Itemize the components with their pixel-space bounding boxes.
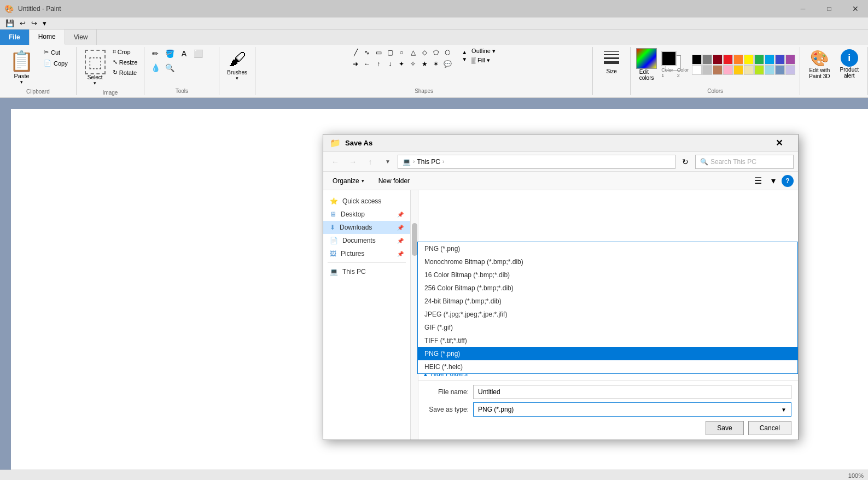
refresh-button[interactable]: ↻ bbox=[678, 154, 693, 169]
color-swatch-16[interactable] bbox=[754, 65, 764, 75]
shape-up-arrow[interactable]: ↑ bbox=[373, 58, 384, 69]
nav-path[interactable]: 💻 › This PC › bbox=[398, 155, 675, 169]
shape-diamond[interactable]: ◇ bbox=[419, 47, 430, 58]
copy-button[interactable]: 📄 Copy bbox=[40, 58, 72, 68]
shapes-scroll-down[interactable]: ▼ bbox=[462, 56, 467, 62]
color-swatch-18[interactable] bbox=[775, 65, 785, 75]
shape-pentagon[interactable]: ⬠ bbox=[430, 47, 441, 58]
paste-dropdown-arrow[interactable]: ▾ bbox=[20, 79, 23, 85]
cancel-button[interactable]: Cancel bbox=[748, 421, 791, 435]
savetype-dropdown[interactable]: PNG (*.png) ▼ bbox=[473, 402, 791, 417]
color-swatch-12[interactable] bbox=[713, 65, 723, 75]
save-quick-btn[interactable]: 💾 bbox=[3, 18, 16, 28]
qa-dropdown[interactable]: ▾ bbox=[40, 18, 49, 28]
dtype-gif[interactable]: GIF (*.gif) bbox=[418, 321, 797, 334]
shape-rect[interactable]: ▭ bbox=[373, 47, 384, 58]
color-swatch-0[interactable] bbox=[692, 55, 702, 65]
color-swatch-7[interactable] bbox=[765, 55, 774, 65]
tab-file[interactable]: File bbox=[0, 30, 30, 45]
nav-forward-button[interactable]: → bbox=[345, 154, 360, 169]
view-list-button[interactable]: ☰ bbox=[751, 174, 765, 188]
shape-ellipse[interactable]: ○ bbox=[396, 47, 407, 58]
nav-back-button[interactable]: ← bbox=[328, 154, 343, 169]
shape-right-arrow[interactable]: ➜ bbox=[350, 58, 361, 69]
dtype-jpeg[interactable]: JPEG (*.jpg;*.jpeg;*.jpe;*.jfif) bbox=[418, 308, 797, 321]
fill-tool[interactable]: 🪣 bbox=[163, 47, 176, 60]
dtype-heic[interactable]: HEIC (*.heic) bbox=[418, 360, 797, 373]
sidebar-item-downloads[interactable]: ⬇ Downloads 📌 bbox=[323, 221, 410, 234]
dtype-16-bmp[interactable]: 16 Color Bitmap (*.bmp;*.dib) bbox=[418, 268, 797, 282]
close-button[interactable]: ✕ bbox=[843, 0, 868, 17]
sidebar-item-documents[interactable]: 📄 Documents 📌 bbox=[323, 234, 410, 247]
organize-button[interactable]: Organize ▾ bbox=[328, 174, 369, 188]
color-swatch-8[interactable] bbox=[775, 55, 785, 65]
shape-left-arrow[interactable]: ← bbox=[362, 58, 372, 69]
size-button[interactable]: Size bbox=[597, 47, 626, 77]
dtype-png-1[interactable]: PNG (*.png) bbox=[418, 242, 797, 255]
undo-btn[interactable]: ↩ bbox=[18, 18, 28, 28]
shape-line[interactable]: ╱ bbox=[350, 47, 361, 58]
save-button[interactable]: Save bbox=[706, 421, 743, 435]
fill-button[interactable]: ▒ Fill ▾ bbox=[469, 56, 498, 65]
brushes-dropdown[interactable]: ▾ bbox=[236, 75, 238, 81]
sidebar-item-pictures[interactable]: 🖼 Pictures 📌 bbox=[323, 247, 410, 260]
shapes-scroll-up[interactable]: ▲ bbox=[462, 49, 467, 55]
view-dropdown-button[interactable]: ▾ bbox=[766, 174, 780, 188]
edit-colors-button[interactable]: Editcolors bbox=[635, 47, 658, 82]
shape-hexagon[interactable]: ⬡ bbox=[442, 47, 453, 58]
search-box[interactable]: 🔍 Search This PC bbox=[695, 155, 794, 169]
color-swatch-9[interactable] bbox=[785, 55, 795, 65]
select-dropdown[interactable]: ▾ bbox=[94, 80, 96, 86]
minimize-button[interactable]: ─ bbox=[790, 0, 815, 17]
color-swatch-14[interactable] bbox=[733, 65, 743, 75]
sidebar-item-this-pc[interactable]: 💻 This PC bbox=[323, 265, 410, 278]
color-swatch-11[interactable] bbox=[702, 65, 712, 75]
color1-swatch[interactable] bbox=[661, 51, 677, 66]
redo-btn[interactable]: ↪ bbox=[29, 18, 39, 28]
color-swatch-10[interactable] bbox=[692, 65, 702, 75]
picker-tool[interactable]: 💧 bbox=[149, 61, 162, 74]
color-swatch-5[interactable] bbox=[744, 55, 754, 65]
color-swatch-15[interactable] bbox=[744, 65, 754, 75]
nav-recent-button[interactable]: ▼ bbox=[380, 154, 395, 169]
dtype-256-bmp[interactable]: 256 Color Bitmap (*.bmp;*.dib) bbox=[418, 282, 797, 295]
text-tool[interactable]: A bbox=[177, 47, 190, 60]
color-swatch-1[interactable] bbox=[702, 55, 712, 65]
color-swatch-3[interactable] bbox=[723, 55, 733, 65]
shape-round-rect[interactable]: ▢ bbox=[385, 47, 395, 58]
shape-down-arrow[interactable]: ↓ bbox=[385, 58, 395, 69]
color-swatch-13[interactable] bbox=[723, 65, 733, 75]
dialog-close-button[interactable]: ✕ bbox=[766, 134, 791, 152]
shape-callout[interactable]: 💬 bbox=[442, 58, 453, 69]
color-swatch-6[interactable] bbox=[754, 55, 764, 65]
color-swatch-2[interactable] bbox=[713, 55, 723, 65]
nav-up-button[interactable]: ↑ bbox=[363, 154, 378, 169]
pencil-tool[interactable]: ✏ bbox=[149, 47, 162, 60]
eraser-tool[interactable]: ⬜ bbox=[191, 47, 205, 60]
dtype-mono-bmp[interactable]: Monochrome Bitmap (*.bmp;*.dib) bbox=[418, 255, 797, 268]
dtype-tiff[interactable]: TIFF (*.tif;*.tiff) bbox=[418, 334, 797, 347]
product-alert-button[interactable]: i Productalert bbox=[836, 47, 863, 81]
sidebar-item-desktop[interactable]: 🖥 Desktop 📌 bbox=[323, 208, 410, 221]
color-swatch-19[interactable] bbox=[785, 65, 795, 75]
sidebar-item-quick-access[interactable]: ⭐ Quick access bbox=[323, 195, 410, 208]
color-swatch-17[interactable] bbox=[765, 65, 774, 75]
cut-button[interactable]: ✂ Cut bbox=[40, 47, 72, 57]
dtype-png-2[interactable]: PNG (*.png) bbox=[418, 347, 797, 360]
maximize-button[interactable]: □ bbox=[817, 0, 842, 17]
help-button[interactable]: ? bbox=[782, 175, 794, 187]
new-folder-button[interactable]: New folder bbox=[374, 174, 415, 188]
tab-view[interactable]: View bbox=[65, 30, 97, 45]
shape-star6[interactable]: ✶ bbox=[430, 58, 441, 69]
resize-button[interactable]: ⤡ Resize bbox=[110, 57, 140, 67]
color-swatch-4[interactable] bbox=[733, 55, 743, 65]
filename-input[interactable] bbox=[473, 385, 791, 399]
magnifier-tool[interactable]: 🔍 bbox=[163, 61, 176, 74]
shape-curve[interactable]: ∿ bbox=[362, 47, 372, 58]
tab-home[interactable]: Home bbox=[30, 30, 65, 45]
rotate-button[interactable]: ↻ Rotate bbox=[110, 68, 140, 77]
outline-button[interactable]: Outline ▾ bbox=[469, 47, 498, 55]
select-button[interactable]: ⬚ Select ▾ bbox=[81, 47, 109, 89]
edit-paint3d-button[interactable]: 🎨 Edit withPaint 3D bbox=[805, 47, 834, 81]
shape-star4[interactable]: ✧ bbox=[407, 58, 418, 69]
